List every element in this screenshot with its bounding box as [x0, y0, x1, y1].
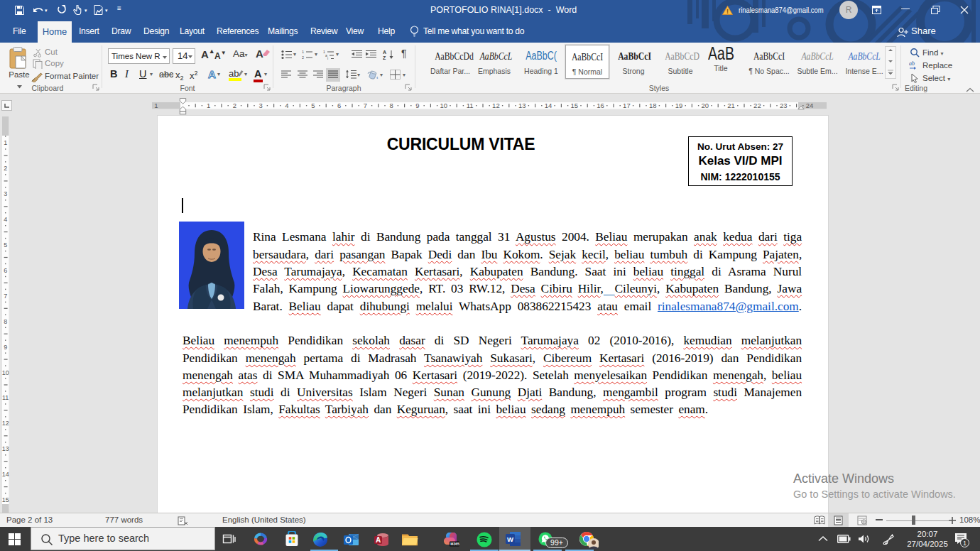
svg-text:7: 7: [364, 102, 367, 109]
svg-text:21: 21: [727, 102, 735, 109]
svg-text:i: i: [327, 56, 328, 60]
svg-text:12: 12: [2, 420, 9, 427]
svg-text:1: 1: [207, 102, 210, 109]
svg-text:2: 2: [302, 55, 304, 60]
svg-text:1: 1: [302, 50, 304, 54]
svg-text:M365: M365: [450, 542, 459, 546]
svg-text:5: 5: [311, 102, 315, 109]
svg-text:14: 14: [545, 102, 552, 109]
svg-text:11: 11: [467, 102, 474, 109]
svg-text:!: !: [726, 8, 729, 15]
svg-text:W: W: [507, 535, 513, 543]
svg-text:A: A: [383, 50, 386, 55]
svg-text:19: 19: [675, 102, 683, 109]
svg-text:16: 16: [597, 102, 604, 109]
svg-text:10: 10: [440, 102, 448, 109]
svg-text:8: 8: [4, 318, 7, 325]
svg-text:13: 13: [2, 445, 9, 452]
svg-text:9: 9: [415, 102, 419, 109]
svg-text:3: 3: [259, 102, 263, 109]
svg-text:15: 15: [2, 496, 9, 503]
svg-text:15: 15: [571, 102, 579, 109]
svg-text:4: 4: [4, 216, 7, 223]
svg-text:24: 24: [806, 102, 814, 109]
svg-text:22: 22: [753, 102, 761, 109]
svg-text:ab: ab: [909, 60, 915, 67]
svg-text:3: 3: [4, 190, 7, 197]
svg-text:17: 17: [623, 102, 631, 109]
svg-text:20: 20: [702, 102, 709, 109]
svg-text:6: 6: [4, 267, 7, 274]
svg-text:1: 1: [154, 102, 158, 109]
svg-text:4: 4: [285, 102, 288, 109]
svg-text:1: 1: [4, 139, 7, 146]
svg-text:13: 13: [518, 102, 526, 109]
svg-text:18: 18: [649, 102, 657, 109]
svg-text:14: 14: [2, 471, 9, 478]
svg-text:12: 12: [492, 102, 500, 109]
svg-text:9: 9: [4, 344, 7, 351]
svg-text:6: 6: [337, 102, 341, 109]
svg-text:2: 2: [233, 102, 236, 109]
svg-text:7: 7: [4, 293, 7, 300]
svg-text:23: 23: [780, 102, 788, 109]
svg-text:A: A: [376, 536, 381, 544]
svg-text:2: 2: [4, 165, 7, 172]
svg-text:Z: Z: [383, 55, 386, 60]
svg-text:8: 8: [390, 102, 393, 109]
svg-text:11: 11: [2, 394, 9, 401]
svg-text:10: 10: [2, 369, 9, 376]
svg-text:5: 5: [4, 241, 7, 249]
